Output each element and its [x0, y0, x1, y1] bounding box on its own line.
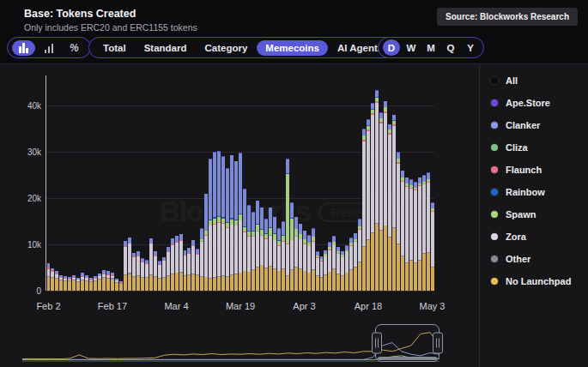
legend-item-cliza[interactable]: Cliza [480, 136, 587, 159]
bar-day-34[interactable] [191, 240, 195, 291]
tab-standard[interactable]: Standard [136, 40, 196, 56]
tab-category[interactable]: Category [196, 40, 256, 56]
bar-day-32[interactable] [184, 250, 187, 291]
bar-day-53[interactable] [273, 217, 276, 291]
bar-day-21[interactable] [136, 251, 140, 291]
bar-day-52[interactable] [269, 208, 272, 291]
bar-day-16[interactable] [115, 279, 118, 291]
bar-day-47[interactable] [247, 205, 251, 291]
bar-day-10[interactable] [89, 278, 93, 291]
legend-item-clanker[interactable]: Clanker [480, 114, 587, 136]
navigator-window[interactable] [375, 324, 439, 362]
bar-day-5[interactable] [68, 277, 71, 291]
bar-day-75[interactable] [367, 119, 370, 291]
bar-day-40[interactable] [217, 151, 221, 291]
bar-day-31[interactable] [179, 234, 183, 291]
bar-day-71[interactable] [349, 238, 353, 291]
bar-day-68[interactable] [336, 247, 340, 291]
bar-day-7[interactable] [76, 278, 80, 291]
bar-day-14[interactable] [106, 271, 110, 291]
percent-view-button[interactable]: % [63, 40, 86, 56]
bar-day-3[interactable] [59, 275, 63, 291]
bar-day-48[interactable] [252, 212, 255, 291]
legend-item-no-launchpad[interactable]: No Launchpad [480, 270, 587, 292]
bar-day-24[interactable] [149, 238, 153, 291]
interval-y-button[interactable]: Y [462, 39, 479, 56]
bar-day-64[interactable] [320, 256, 324, 291]
bar-day-58[interactable] [294, 217, 298, 291]
bar-day-19[interactable] [128, 238, 131, 291]
bar-day-26[interactable] [158, 261, 161, 291]
bar-day-69[interactable] [341, 251, 344, 291]
interval-m-button[interactable]: M [422, 39, 439, 56]
bar-day-30[interactable] [175, 236, 179, 291]
bar-day-8[interactable] [81, 273, 84, 291]
bar-day-22[interactable] [141, 258, 144, 291]
bar-day-20[interactable] [132, 253, 136, 291]
bar-day-60[interactable] [303, 231, 306, 291]
bar-day-23[interactable] [145, 260, 149, 291]
bar-day-67[interactable] [332, 236, 336, 291]
bar-day-66[interactable] [328, 242, 331, 291]
bar-day-44[interactable] [234, 161, 238, 291]
bar-day-74[interactable] [362, 129, 366, 291]
bar-day-50[interactable] [260, 208, 264, 291]
bar-day-2[interactable] [55, 271, 58, 291]
bar-day-0[interactable] [47, 263, 51, 291]
bar-day-80[interactable] [388, 124, 391, 291]
legend-item-flaunch[interactable]: Flaunch [480, 159, 587, 181]
bar-day-55[interactable] [282, 221, 285, 291]
bar-day-15[interactable] [111, 273, 114, 291]
bar-day-70[interactable] [345, 245, 349, 291]
bar-day-85[interactable] [409, 179, 413, 291]
bar-day-65[interactable] [324, 250, 327, 291]
bar-day-86[interactable] [414, 182, 417, 291]
legend-item-zora[interactable]: Zora [480, 226, 587, 248]
interval-d-button[interactable]: D [383, 39, 400, 56]
column-view-button[interactable] [38, 40, 61, 56]
bar-day-51[interactable] [264, 219, 268, 291]
interval-q-button[interactable]: Q [442, 39, 459, 56]
stacked-column-view-button[interactable] [12, 40, 35, 56]
bar-day-27[interactable] [162, 257, 166, 291]
navigator-left-handle[interactable] [372, 333, 382, 354]
bar-day-72[interactable] [354, 233, 357, 291]
bar-day-41[interactable] [221, 156, 225, 291]
bar-day-61[interactable] [307, 235, 311, 291]
legend-item-other[interactable]: Other [480, 248, 587, 270]
legend-item-all[interactable]: All [480, 69, 587, 92]
bar-day-56[interactable] [286, 159, 289, 291]
bar-day-54[interactable] [277, 228, 281, 291]
bar-day-38[interactable] [209, 159, 212, 291]
navigator-right-handle[interactable] [433, 333, 443, 354]
bar-day-29[interactable] [171, 238, 174, 291]
bar-day-17[interactable] [119, 281, 123, 291]
bar-day-63[interactable] [316, 251, 319, 291]
bar-day-6[interactable] [72, 275, 76, 291]
bar-day-88[interactable] [422, 175, 426, 291]
legend-item-rainbow[interactable]: Rainbow [480, 181, 587, 203]
tab-memecoins[interactable]: Memecoins [257, 40, 328, 56]
bar-day-25[interactable] [154, 251, 157, 291]
bar-day-1[interactable] [51, 268, 54, 291]
bar-day-87[interactable] [418, 177, 421, 292]
bar-day-81[interactable] [392, 115, 396, 291]
bar-day-57[interactable] [290, 202, 294, 291]
bar-day-43[interactable] [230, 155, 233, 291]
bar-day-76[interactable] [371, 103, 374, 291]
interval-w-button[interactable]: W [403, 39, 420, 56]
bar-day-35[interactable] [196, 249, 199, 291]
bar-day-37[interactable] [204, 194, 208, 291]
bar-day-36[interactable] [200, 228, 203, 291]
bar-day-13[interactable] [102, 270, 106, 291]
tab-total[interactable]: Total [94, 40, 135, 56]
bar-day-82[interactable] [397, 152, 400, 291]
bar-day-73[interactable] [358, 219, 361, 291]
bar-day-39[interactable] [213, 152, 216, 291]
bar-day-42[interactable] [226, 168, 229, 291]
bar-day-46[interactable] [243, 189, 246, 291]
bar-day-78[interactable] [379, 112, 383, 291]
legend-item-spawn[interactable]: Spawn [480, 203, 587, 226]
bar-day-49[interactable] [256, 201, 259, 291]
bar-day-62[interactable] [312, 228, 315, 291]
